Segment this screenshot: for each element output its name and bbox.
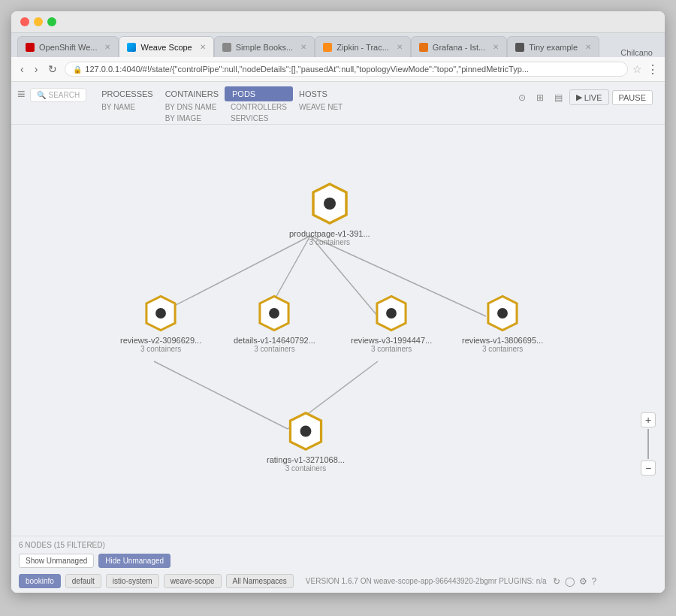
tab-simple-label: Simple Books... bbox=[236, 43, 293, 52]
hamburger-menu[interactable]: ≡ bbox=[17, 86, 26, 102]
tab-openshift[interactable]: OpenShift We... ✕ bbox=[17, 36, 119, 57]
nav-hosts[interactable]: HOSTS bbox=[293, 86, 349, 101]
tab-grafana-label: Grafana - Ist... bbox=[433, 43, 485, 52]
tab-weave-close[interactable]: ✕ bbox=[200, 43, 206, 51]
zoom-slider-track bbox=[647, 429, 649, 459]
help-icon[interactable]: ? bbox=[592, 576, 597, 587]
tab-weave-label: Weave Scope bbox=[140, 43, 192, 52]
tiny-favicon bbox=[515, 43, 524, 52]
minimize-button[interactable] bbox=[34, 17, 43, 26]
node-reviews-v3-label: reviews-v3-1994447... bbox=[351, 336, 432, 345]
zoom-controls: + − bbox=[641, 412, 656, 476]
url-box[interactable]: 🔒 127.0.0.1:4040/#!/state/{"controlPipe"… bbox=[65, 62, 628, 77]
namespace-bar: bookinfo default istio-system weave-scop… bbox=[19, 574, 294, 588]
close-button[interactable] bbox=[20, 17, 29, 26]
hide-unmanaged-button[interactable]: Hide Unmanaged bbox=[98, 554, 171, 568]
tab-simple-close[interactable]: ✕ bbox=[300, 43, 306, 51]
show-unmanaged-button[interactable]: Show Unmanaged bbox=[19, 554, 94, 568]
node-reviews-v1-label: reviews-v1-3806695... bbox=[462, 336, 543, 345]
chart-icon[interactable]: ▤ bbox=[551, 90, 566, 105]
url-text: 127.0.0.1:4040/#!/state/{"controlPipe":n… bbox=[85, 65, 529, 74]
svg-point-9 bbox=[155, 308, 166, 319]
node-reviews-v1-sublabel: 3 containers bbox=[482, 345, 523, 353]
user-icon[interactable]: ◯ bbox=[565, 576, 575, 587]
app-content: ≡ 🔍 SEARCH PROCESSES BY NAME CONTAINERS … bbox=[11, 82, 665, 593]
nav-processes-byname[interactable]: BY NAME bbox=[95, 101, 158, 113]
svg-point-7 bbox=[324, 198, 336, 210]
svg-point-17 bbox=[300, 426, 312, 437]
refresh-icon[interactable]: ↻ bbox=[553, 576, 560, 587]
tab-simple[interactable]: Simple Books... ✕ bbox=[214, 36, 315, 57]
node-productpage[interactable]: productpage-v1-391... 3 containers bbox=[289, 181, 370, 246]
ns-istio-system[interactable]: istio-system bbox=[106, 574, 159, 588]
tab-tiny[interactable]: Tiny example ✕ bbox=[507, 36, 599, 57]
top-nav: ≡ 🔍 SEARCH PROCESSES BY NAME CONTAINERS … bbox=[11, 82, 665, 125]
bookmark-button[interactable]: ☆ bbox=[632, 63, 642, 75]
search-icon: 🔍 bbox=[37, 91, 46, 99]
node-reviews-v1[interactable]: reviews-v1-3806695... 3 containers bbox=[462, 294, 543, 353]
nodes-info: 6 NODES (15 FILTERED) bbox=[19, 541, 657, 549]
tab-grafana-close[interactable]: ✕ bbox=[493, 43, 499, 51]
search-box[interactable]: 🔍 SEARCH bbox=[30, 88, 87, 102]
lock-icon: 🔒 bbox=[73, 65, 82, 74]
tab-openshift-close[interactable]: ✕ bbox=[104, 43, 110, 51]
nav-containers-bydns[interactable]: BY DNS NAME bbox=[159, 101, 225, 113]
node-reviews-v3[interactable]: reviews-v3-1994447... 3 containers bbox=[351, 294, 432, 353]
nav-containers-byimage[interactable]: BY IMAGE bbox=[159, 113, 225, 124]
ns-all-namespaces[interactable]: All Namespaces bbox=[226, 574, 294, 588]
tab-tiny-close[interactable]: ✕ bbox=[585, 43, 591, 51]
version-text: VERSION 1.6.7 ON weave-scope-app-9664439… bbox=[306, 577, 547, 585]
tab-zipkin-label: Zipkin - Trac... bbox=[336, 43, 389, 52]
node-ratings-v1-label: ratings-v1-3271068... bbox=[267, 455, 345, 464]
reload-button[interactable]: ↻ bbox=[45, 60, 60, 78]
node-shape-ratings-v1 bbox=[285, 410, 327, 452]
nav-pods-services[interactable]: SERVICES bbox=[225, 113, 293, 124]
node-shape-reviews-v2 bbox=[141, 294, 180, 333]
node-shape-reviews-v1 bbox=[483, 294, 522, 333]
node-ratings-v1[interactable]: ratings-v1-3271068... 3 containers bbox=[267, 410, 345, 473]
node-details-v1-label: details-v1-14640792... bbox=[234, 336, 315, 345]
grid-icon[interactable]: ⊞ bbox=[533, 90, 548, 105]
back-button[interactable]: ‹ bbox=[17, 60, 27, 78]
ns-bookinfo[interactable]: bookinfo bbox=[19, 574, 61, 588]
nav-processes[interactable]: PROCESSES bbox=[95, 86, 158, 101]
ns-default[interactable]: default bbox=[65, 574, 101, 588]
maximize-button[interactable] bbox=[47, 17, 56, 26]
grafana-favicon bbox=[419, 43, 428, 52]
node-ratings-v1-sublabel: 3 containers bbox=[285, 464, 326, 473]
tab-zipkin[interactable]: Zipkin - Trac... ✕ bbox=[315, 36, 411, 57]
browser-title: Chilcano bbox=[620, 48, 659, 57]
svg-point-11 bbox=[269, 308, 279, 319]
zoom-in-button[interactable]: + bbox=[641, 412, 656, 427]
nav-weave-net[interactable]: WEAVE NET bbox=[293, 101, 349, 113]
node-reviews-v2-sublabel: 3 containers bbox=[140, 345, 181, 353]
node-reviews-v3-sublabel: 3 containers bbox=[371, 345, 412, 353]
nav-pods-controllers[interactable]: CONTROLLERS bbox=[225, 101, 293, 113]
share-icon[interactable]: ⊙ bbox=[515, 90, 530, 105]
node-shape-reviews-v3 bbox=[372, 294, 411, 333]
filter-buttons: Show Unmanaged Hide Unmanaged bbox=[19, 554, 657, 568]
tab-grafana[interactable]: Grafana - Ist... ✕ bbox=[411, 36, 507, 57]
forward-button[interactable]: › bbox=[32, 60, 41, 78]
simple-favicon bbox=[222, 43, 231, 52]
openshift-favicon bbox=[26, 43, 35, 52]
ns-weave-scope[interactable]: weave-scope bbox=[164, 574, 222, 588]
tab-zipkin-close[interactable]: ✕ bbox=[397, 43, 403, 51]
live-label: LIVE bbox=[584, 93, 602, 102]
footer-icons: ↻ ◯ ⚙ ? bbox=[553, 576, 597, 587]
main-canvas: productpage-v1-391... 3 containers revie… bbox=[11, 125, 665, 536]
address-bar: ‹ › ↻ 🔒 127.0.0.1:4040/#!/state/{"contro… bbox=[11, 57, 665, 82]
nav-containers[interactable]: CONTAINERS bbox=[159, 86, 225, 101]
pause-button[interactable]: PAUSE bbox=[612, 90, 653, 105]
nav-pods[interactable]: PODS bbox=[225, 86, 293, 101]
bug-icon[interactable]: ⚙ bbox=[579, 576, 587, 587]
node-details-v1[interactable]: details-v1-14640792... 3 containers bbox=[234, 294, 315, 353]
zoom-out-button[interactable]: − bbox=[641, 460, 656, 476]
browser-window: OpenShift We... ✕ Weave Scope ✕ Simple B… bbox=[11, 11, 665, 593]
node-reviews-v2[interactable]: reviews-v2-3096629... 3 containers bbox=[120, 294, 201, 353]
node-shape-details-v1 bbox=[255, 294, 294, 333]
menu-button[interactable]: ⋮ bbox=[647, 62, 659, 77]
tab-weave[interactable]: Weave Scope ✕ bbox=[119, 36, 213, 57]
tab-openshift-label: OpenShift We... bbox=[39, 43, 97, 52]
live-button[interactable]: ▶ LIVE bbox=[569, 89, 609, 105]
